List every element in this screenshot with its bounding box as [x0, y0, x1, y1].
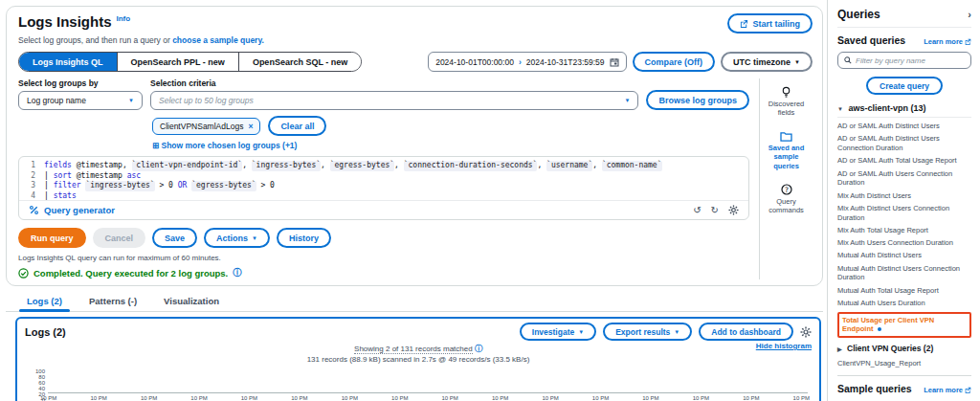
- result-tabs: Logs (2) Patterns (-) Visualization: [6, 292, 823, 312]
- histogram-plot: [48, 368, 808, 393]
- saved-query-item[interactable]: ClientVPN_Usage_Report: [837, 359, 971, 368]
- date-separator-icon: ›: [519, 57, 522, 67]
- browse-log-groups-button[interactable]: Browse log groups: [646, 90, 749, 110]
- sample-queries-title: Sample queries: [837, 383, 912, 394]
- page-title-wrap: Logs InsightsInfo: [18, 13, 130, 31]
- x-tick: 10 PM: [693, 395, 709, 401]
- saved-query-item[interactable]: Mix Auth Users Connection Duration: [837, 238, 971, 248]
- results-histogram: 100806040200: [25, 368, 812, 393]
- external-link-icon: [965, 387, 971, 393]
- saved-query-item[interactable]: Mutual Auth Distinct Users Connection Du…: [837, 264, 971, 283]
- collapse-panel-icon[interactable]: ›: [968, 9, 971, 20]
- clear-all-button[interactable]: Clear all: [268, 116, 326, 136]
- max-runtime-note: Logs Insights QL query can run for maxim…: [18, 254, 749, 262]
- question-circle-icon: ?: [781, 184, 792, 195]
- tab-patterns[interactable]: Patterns (-): [78, 292, 148, 311]
- actions-dropdown[interactable]: Actions ▼: [204, 228, 270, 248]
- code-line: 2| sort @timestamp asc: [19, 171, 748, 182]
- tab-logs[interactable]: Logs (2): [15, 292, 74, 311]
- page-subtitle: Select log groups, and then run a query …: [18, 35, 813, 45]
- selection-criteria: Selection criteria Select up to 50 log g…: [150, 78, 638, 110]
- saved-query-item-highlighted[interactable]: Total Usage per Client VPN Endpoint: [837, 312, 971, 339]
- x-tick: 10 PM: [90, 395, 106, 401]
- query-language-segments: Logs Insights QL OpenSearch PPL - new Op…: [18, 52, 362, 72]
- export-results-dropdown[interactable]: Export results▼: [603, 323, 692, 341]
- tab-opensearch-sql[interactable]: OpenSearch SQL - new: [238, 53, 361, 71]
- tab-visualization[interactable]: Visualization: [152, 292, 231, 311]
- saved-query-item[interactable]: Mix Auth Distinct Users Connection Durat…: [837, 204, 971, 223]
- saved-query-item[interactable]: AD or SAML Auth Users Connection Duratio…: [837, 169, 971, 189]
- chevron-down-icon: ▼: [674, 329, 679, 335]
- saved-query-item[interactable]: AD or SAML Auth Distinct Users Connectio…: [837, 134, 971, 153]
- x-tick: 10 PM: [592, 395, 609, 401]
- search-icon: [844, 56, 852, 64]
- log-group-by: Select log groups by Log group name ▼: [18, 78, 143, 110]
- log-group-by-select[interactable]: Log group name ▼: [18, 91, 143, 110]
- x-tick: 10 PM: [793, 395, 810, 401]
- info-icon[interactable]: ⓘ: [475, 345, 482, 353]
- x-tick: 10 PM: [141, 395, 157, 401]
- log-group-select[interactable]: Select up to 50 log groups ▼: [150, 91, 638, 110]
- saved-query-item[interactable]: AD or SAML Auth Distinct Users: [837, 122, 971, 131]
- saved-learn-more-link[interactable]: Learn more: [924, 37, 971, 46]
- investigate-dropdown[interactable]: Investigate▼: [520, 323, 596, 341]
- code-line: 3| filter `ingress-bytes` > 0 OR `egress…: [19, 181, 748, 191]
- info-link[interactable]: Info: [117, 14, 131, 23]
- saved-query-item[interactable]: AD or SAML Auth Total Usage Report: [837, 156, 971, 166]
- saved-query-item[interactable]: Mutual Auth Total Usage Report: [837, 286, 971, 296]
- records-matched-text: Showing 2 of 131 records matched: [354, 345, 473, 354]
- timezone-dropdown[interactable]: UTC timezone ▼: [721, 52, 813, 72]
- sample-learn-more-link[interactable]: Learn more: [924, 386, 971, 394]
- code-line: 4| stats: [19, 191, 748, 202]
- query-filter-input[interactable]: Filter by query name: [837, 52, 971, 69]
- code-line: 1fields @timestamp, `client-vpn-endpoint…: [19, 161, 748, 171]
- remove-token-icon[interactable]: ×: [248, 122, 253, 131]
- folder-icon: [780, 131, 792, 142]
- date-range-picker[interactable]: 2024-10-01T00:00:00 › 2024-10-31T23:59:5…: [428, 52, 626, 72]
- unsaved-dot-icon: [878, 327, 881, 331]
- x-tick: 10 PM: [743, 395, 759, 401]
- x-tick: 10 PM: [241, 395, 257, 401]
- tab-logs-insights-ql[interactable]: Logs Insights QL: [19, 53, 117, 71]
- save-button[interactable]: Save: [152, 228, 197, 248]
- log-group-token: ClientVPNSamlAdLogs ×: [152, 118, 260, 135]
- start-tailing-button[interactable]: Start tailing: [727, 13, 813, 33]
- tab-opensearch-ppl[interactable]: OpenSearch PPL - new: [117, 53, 238, 71]
- rail-saved-sample-queries[interactable]: Saved and sample queries: [762, 131, 811, 170]
- show-more-log-groups-link[interactable]: ⊞ Show more chosen log groups (+1): [152, 141, 749, 150]
- rail-discovered-fields[interactable]: Discovered fields: [762, 86, 811, 118]
- x-tick: 10 PM: [190, 395, 207, 401]
- saved-query-item[interactable]: Mutual Auth Users Duration: [837, 299, 971, 308]
- sidebar-title: Queries: [837, 8, 880, 21]
- histogram-x-axis: 10 PM10 PM10 PM10 PM10 PM10 PM10 PM10 PM…: [40, 395, 812, 401]
- chevron-down-icon: ▼: [794, 59, 800, 65]
- x-tick: 10 PM: [391, 395, 408, 401]
- selection-criteria-label: Selection criteria: [150, 78, 638, 88]
- saved-query-item[interactable]: Mix Auth Total Usage Report: [837, 226, 971, 235]
- saved-query-item[interactable]: Mutual Auth Distinct Users: [837, 251, 971, 260]
- x-tick: 10 PM: [40, 395, 56, 401]
- results-settings-gear-icon[interactable]: [800, 326, 812, 338]
- saved-group-client-vpn-queries[interactable]: ▶ Client VPN Queries (2): [837, 344, 971, 353]
- query-editor[interactable]: 1fields @timestamp, `client-vpn-endpoint…: [18, 156, 749, 220]
- info-icon[interactable]: ⓘ: [233, 267, 242, 279]
- query-generator-button[interactable]: Query generator: [29, 205, 115, 215]
- results-panel-title: Logs (2): [25, 326, 66, 338]
- history-button[interactable]: History: [277, 228, 331, 248]
- histogram-y-axis: 100806040200: [29, 368, 48, 393]
- editor-settings-gear-icon[interactable]: [728, 205, 739, 215]
- records-summary: Showing 2 of 131 records matched ⓘ 131 r…: [25, 345, 812, 366]
- create-query-button[interactable]: Create query: [866, 77, 943, 95]
- rail-query-commands[interactable]: ? Query commands: [762, 184, 811, 215]
- run-query-button[interactable]: Run query: [18, 228, 86, 248]
- redo-icon[interactable]: ↻: [711, 205, 719, 215]
- undo-icon[interactable]: ↺: [693, 205, 701, 215]
- sample-query-link[interactable]: choose a sample query.: [172, 35, 264, 45]
- add-to-dashboard-button[interactable]: Add to dashboard: [699, 323, 793, 341]
- saved-query-item[interactable]: Mix Auth Distinct Users: [837, 191, 971, 201]
- query-code[interactable]: 1fields @timestamp, `client-vpn-endpoint…: [19, 157, 748, 201]
- compare-button[interactable]: Compare (Off): [633, 52, 716, 72]
- query-card: Logs InsightsInfo Start tailing Select l…: [6, 6, 823, 286]
- query-generator-icon: [29, 205, 39, 215]
- saved-group-aws-client-vpn[interactable]: ▼ aws-client-vpn (13): [837, 103, 971, 118]
